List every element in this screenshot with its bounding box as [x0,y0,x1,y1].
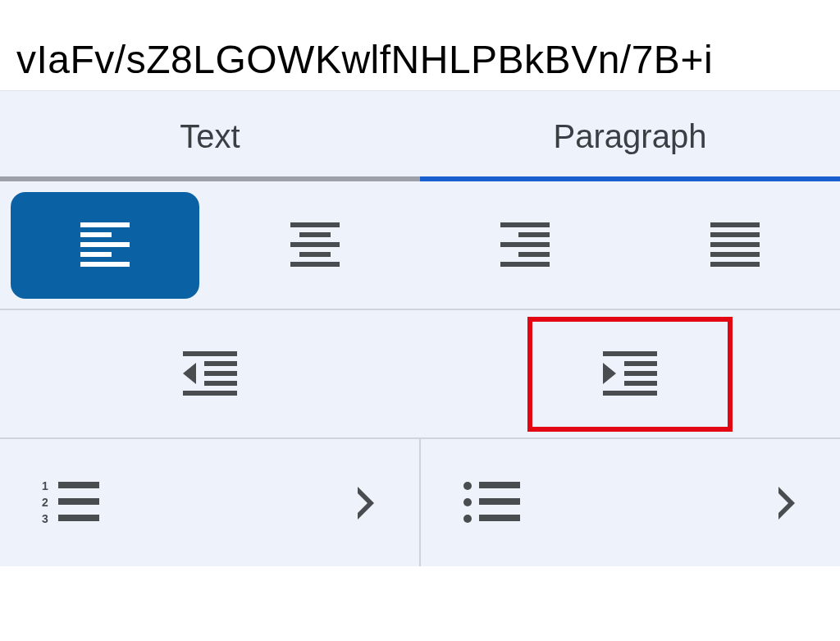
align-justify-button[interactable] [630,181,840,309]
svg-rect-13 [518,252,550,257]
svg-rect-1 [80,232,112,237]
svg-rect-4 [80,262,130,267]
align-center-icon [290,222,340,268]
tab-text[interactable]: Text [0,91,420,181]
align-left-button[interactable] [11,192,199,299]
svg-rect-14 [500,262,550,267]
svg-rect-42 [479,482,520,488]
align-right-icon [500,222,550,268]
svg-rect-12 [500,242,550,247]
tab-paragraph-label: Paragraph [554,118,707,155]
alignment-row [0,181,840,310]
svg-rect-24 [183,391,237,396]
increase-indent-button[interactable] [420,310,840,437]
svg-rect-26 [603,351,657,356]
decrease-indent-cell [0,310,420,437]
svg-rect-18 [710,252,760,257]
align-justify-cell [630,181,840,309]
align-right-button[interactable] [420,181,630,309]
svg-point-40 [463,498,472,506]
svg-text:1: 1 [42,480,48,492]
svg-rect-10 [500,222,550,227]
svg-point-41 [463,515,472,523]
tabs-row: Text Paragraph [0,91,840,181]
chevron-right-icon [354,483,377,523]
svg-rect-2 [80,242,130,247]
align-center-cell [210,181,420,309]
align-center-button[interactable] [210,181,420,309]
svg-rect-9 [290,262,340,267]
svg-rect-3 [80,252,112,257]
svg-rect-35 [58,482,99,488]
svg-rect-11 [518,232,550,237]
align-justify-icon [710,222,760,268]
bulleted-list-button[interactable] [463,480,520,526]
decrease-indent-button[interactable] [0,310,420,437]
svg-rect-7 [290,242,340,247]
tab-paragraph[interactable]: Paragraph [420,91,840,181]
svg-rect-5 [290,222,340,227]
svg-rect-27 [624,361,657,366]
svg-marker-38 [358,487,374,520]
svg-rect-37 [58,515,99,521]
svg-marker-31 [603,363,616,384]
svg-rect-19 [710,262,760,267]
align-left-cell [0,181,210,309]
svg-rect-44 [479,515,520,521]
numbered-list-button[interactable]: 1 2 3 [42,480,99,526]
numbered-list-cell: 1 2 3 [0,439,421,566]
svg-text:2: 2 [42,496,48,509]
svg-marker-25 [183,363,196,384]
svg-rect-15 [710,222,760,227]
indent-row [0,310,840,439]
svg-rect-28 [624,371,657,376]
align-left-icon [80,222,130,268]
chevron-right-icon [775,483,798,523]
svg-rect-30 [603,391,657,396]
header-text: vIaFv/sZ8LGOWKwlfNHLPBkBVn/7B+i [0,0,840,90]
align-right-cell [420,181,630,309]
tab-text-label: Text [180,118,240,155]
paragraph-formatting-panel: Text Paragraph [0,90,840,566]
svg-rect-20 [183,351,237,356]
svg-rect-17 [710,242,760,247]
svg-rect-23 [204,381,237,386]
svg-rect-21 [204,361,237,366]
numbered-list-expand-button[interactable] [354,483,377,523]
bulleted-list-icon [463,480,520,526]
svg-text:3: 3 [42,512,48,525]
increase-indent-icon [603,351,657,397]
svg-point-39 [463,482,472,490]
svg-rect-22 [204,371,237,376]
svg-rect-0 [80,222,130,227]
svg-rect-43 [479,498,520,505]
svg-rect-36 [58,498,99,505]
bulleted-list-expand-button[interactable] [775,483,798,523]
svg-rect-29 [624,381,657,386]
svg-rect-6 [299,232,331,237]
list-row: 1 2 3 [0,439,840,566]
svg-rect-8 [299,252,331,257]
svg-marker-45 [778,487,795,520]
bulleted-list-cell [421,439,840,566]
numbered-list-icon: 1 2 3 [42,480,99,526]
svg-rect-16 [710,232,760,237]
decrease-indent-icon [183,351,237,397]
increase-indent-cell [420,310,840,437]
